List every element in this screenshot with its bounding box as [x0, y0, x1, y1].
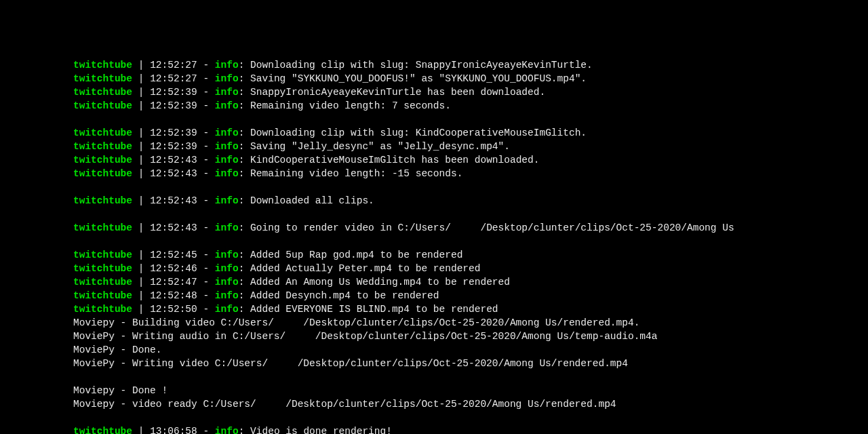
separator: -	[197, 100, 215, 111]
separator: |	[132, 60, 150, 71]
log-line: twitchtube | 12:52:46 - info: Added Actu…	[73, 262, 868, 275]
log-message: Added Actually Peter.mp4 to be rendered	[250, 263, 480, 274]
separator: :	[239, 304, 250, 315]
log-line: Moviepy - video ready C:/Users/ /Desktop…	[73, 397, 868, 411]
plain-text: Moviepy - video ready C:/Users/ /Desktop…	[73, 399, 616, 410]
timestamp: 12:52:27	[150, 60, 197, 71]
separator: :	[239, 141, 250, 152]
log-line: twitchtube | 12:52:39 - info: Downloadin…	[73, 126, 868, 140]
log-line: twitchtube | 12:52:43 - info: Remaining …	[73, 167, 868, 180]
log-line: twitchtube | 12:52:47 - info: Added An A…	[73, 275, 868, 289]
log-level: info	[215, 222, 239, 233]
separator: -	[197, 60, 215, 71]
log-line: Moviepy - Done !	[73, 384, 868, 397]
logger-name: twitchtube	[73, 60, 132, 71]
logger-name: twitchtube	[73, 73, 132, 84]
log-level: info	[215, 127, 239, 138]
timestamp: 12:52:39	[150, 100, 197, 111]
logger-name: twitchtube	[73, 195, 132, 206]
separator: -	[197, 141, 215, 152]
separator: :	[239, 277, 250, 288]
timestamp: 12:52:43	[150, 195, 197, 206]
log-line: Moviepy - Building video C:/Users/ /Desk…	[73, 316, 868, 330]
logger-name: twitchtube	[73, 290, 132, 301]
timestamp: 12:52:39	[150, 141, 197, 152]
separator: :	[239, 73, 250, 84]
terminal-output: twitchtube | 12:52:27 - info: Downloadin…	[73, 58, 868, 434]
plain-text: MoviePy - Writing audio in C:/Users/ /De…	[73, 331, 657, 342]
separator: -	[197, 127, 215, 138]
logger-name: twitchtube	[73, 168, 132, 179]
timestamp: 12:52:50	[150, 304, 197, 315]
separator: |	[132, 222, 150, 233]
logger-name: twitchtube	[73, 127, 132, 138]
separator: |	[132, 250, 150, 260]
timestamp: 12:52:47	[150, 277, 197, 288]
log-line: twitchtube | 12:52:27 - info: Downloadin…	[73, 58, 868, 72]
separator: :	[239, 127, 250, 138]
log-line: twitchtube | 12:52:43 - info: Going to r…	[73, 221, 868, 235]
log-line	[73, 113, 868, 126]
log-message: Remaining video length: 7 seconds.	[250, 100, 451, 111]
separator: |	[132, 277, 150, 288]
log-level: info	[215, 141, 239, 152]
log-level: info	[215, 87, 239, 98]
logger-name: twitchtube	[73, 141, 132, 152]
separator: -	[197, 277, 215, 288]
log-line	[73, 411, 868, 425]
logger-name: twitchtube	[73, 426, 132, 434]
separator: -	[197, 168, 215, 179]
timestamp: 12:52:45	[150, 250, 197, 260]
separator: -	[197, 426, 215, 434]
separator: -	[197, 222, 215, 233]
log-message: Saving "Jelly_desync" as "Jelly_desync.m…	[250, 141, 510, 152]
log-line: twitchtube | 12:52:27 - info: Saving "SY…	[73, 72, 868, 85]
separator: -	[197, 73, 215, 84]
log-level: info	[215, 155, 239, 165]
separator: |	[132, 168, 150, 179]
separator: -	[197, 250, 215, 260]
separator: |	[132, 304, 150, 315]
logger-name: twitchtube	[73, 263, 132, 274]
log-line	[73, 208, 868, 221]
timestamp: 12:52:39	[150, 127, 197, 138]
log-line: MoviePy - Writing audio in C:/Users/ /De…	[73, 330, 868, 343]
separator: :	[239, 290, 250, 301]
logger-name: twitchtube	[73, 100, 132, 111]
separator: -	[197, 195, 215, 206]
separator: :	[239, 222, 250, 233]
separator: |	[132, 127, 150, 138]
plain-text: MoviePy - Writing video C:/Users/ /Deskt…	[73, 358, 628, 369]
separator: -	[197, 87, 215, 98]
separator: |	[132, 426, 150, 434]
log-message: KindCooperativeMouseImGlitch has been do…	[250, 155, 539, 165]
separator: :	[239, 263, 250, 274]
log-level: info	[215, 100, 239, 111]
log-line: twitchtube | 12:52:39 - info: Remaining …	[73, 99, 868, 113]
log-level: info	[215, 304, 239, 315]
separator: |	[132, 263, 150, 274]
timestamp: 12:52:39	[150, 87, 197, 98]
log-line: twitchtube | 12:52:48 - info: Added Desy…	[73, 289, 868, 302]
separator: :	[239, 426, 250, 434]
logger-name: twitchtube	[73, 250, 132, 260]
separator: :	[239, 87, 250, 98]
log-level: info	[215, 263, 239, 274]
log-level: info	[215, 73, 239, 84]
log-level: info	[215, 195, 239, 206]
separator: |	[132, 141, 150, 152]
logger-name: twitchtube	[73, 222, 132, 233]
log-message: Added EVERYONE IS BLIND.mp4 to be render…	[250, 304, 498, 315]
log-message: Added An Among Us Wedding.mp4 to be rend…	[250, 277, 510, 288]
logger-name: twitchtube	[73, 304, 132, 315]
log-line: MoviePy - Done.	[73, 343, 868, 357]
separator: |	[132, 73, 150, 84]
separator: -	[197, 155, 215, 165]
separator: |	[132, 87, 150, 98]
logger-name: twitchtube	[73, 155, 132, 165]
timestamp: 12:52:46	[150, 263, 197, 274]
plain-text: MoviePy - Done.	[73, 344, 162, 355]
log-line: twitchtube | 12:52:39 - info: Saving "Je…	[73, 140, 868, 153]
log-message: Remaining video length: -15 seconds.	[250, 168, 462, 179]
log-level: info	[215, 277, 239, 288]
